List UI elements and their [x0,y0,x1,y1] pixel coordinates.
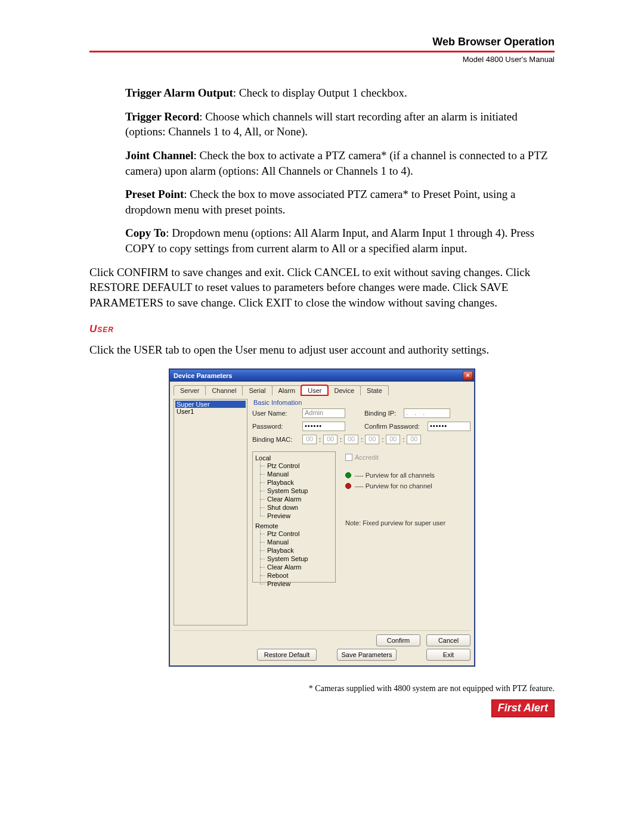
mac-field-3[interactable]: 00 [365,435,379,444]
accredit-label: Accredit [355,454,379,461]
label-trigger-alarm: Trigger Alarm Output [125,86,233,99]
tab-user[interactable]: User [301,385,328,395]
tree-item[interactable]: Playback [260,546,333,555]
tree-item[interactable]: Ptz Control [260,529,333,538]
group-basic-info: Basic Infomation [253,399,470,406]
para-joint-channel: Joint Channel: Check the box to activate… [125,148,555,178]
para-trigger-alarm: Trigger Alarm Output: Check to display O… [125,85,555,101]
page-header-subtitle: Model 4800 User's Manual [89,55,555,64]
user-list-item-user1[interactable]: User1 [175,408,246,415]
tab-alarm[interactable]: Alarm [272,385,302,395]
tree-item[interactable]: Reboot [260,571,333,580]
tab-channel[interactable]: Channel [205,385,243,395]
user-list-item-superuser[interactable]: Super User [175,401,246,408]
accredit-checkbox[interactable] [345,454,352,461]
confirm-password-field[interactable]: •••••• [428,422,470,431]
mac-field-4[interactable]: 00 [386,435,400,444]
para-user-intro: Click the USER tab to open the User menu… [89,342,555,358]
label-trigger-record: Trigger Record [125,110,199,123]
label-binding-mac: Binding MAC: [252,436,299,443]
close-icon[interactable]: × [463,371,473,380]
mac-field-1[interactable]: 00 [323,435,338,444]
text-copy-to: : Dropdown menu (options: All Alarm Inpu… [125,227,534,255]
permission-tree[interactable]: Local Ptz Control Manual Playback System… [252,451,336,583]
tree-item[interactable]: Playback [260,478,333,487]
tab-strip: Server Channel Serial Alarm User Device … [174,385,470,395]
section-heading-user: User [89,323,555,336]
footnote: * Cameras supplied with 4800 system are … [89,684,555,693]
para-preset-point: Preset Point: Check the box to move asso… [125,187,555,217]
purview-none-line: ---- Purview for no channel [345,482,470,490]
tree-remote-label: Remote [255,522,333,529]
tree-item[interactable]: Preview [260,580,333,588]
tree-item[interactable]: Manual [260,470,333,478]
restore-default-button[interactable]: Restore Default [257,649,317,661]
cancel-button[interactable]: Cancel [426,634,470,646]
dialog-title: Device Parameters [174,372,232,379]
tree-item[interactable]: Manual [260,538,333,546]
text-preset-point: : Check the box to move associated PTZ c… [125,188,515,216]
tree-item[interactable]: System Setup [260,555,333,563]
user-list[interactable]: Super User User1 [174,399,247,625]
password-field[interactable]: •••••• [302,422,345,431]
confirm-button[interactable]: Confirm [376,634,420,646]
tree-item[interactable]: Ptz Control [260,462,333,470]
mac-field-2[interactable]: 00 [344,435,358,444]
page-header-title: Web Browser Operation [89,36,555,48]
tree-item[interactable]: Preview [260,512,333,520]
purview-all-text: ---- Purview for all channels [355,472,435,479]
device-parameters-dialog: Device Parameters × Server Channel Seria… [169,369,475,666]
mac-sep: : [319,436,321,443]
purview-none-text: ---- Purview for no channel [355,482,432,490]
dot-green-icon [345,472,351,478]
exit-button[interactable]: Exit [426,649,470,661]
para-copy-to: Copy To: Dropdown menu (options: All Ala… [125,225,555,256]
header-rule [89,51,555,52]
label-joint-channel: Joint Channel [125,149,194,162]
tab-state[interactable]: State [360,385,389,395]
tab-device[interactable]: Device [327,385,361,395]
label-copy-to: Copy To [125,227,166,239]
tree-item[interactable]: Clear Alarm [260,495,333,503]
mac-field-0[interactable]: 00 [302,435,317,444]
binding-mac-fields: 00: 00: 00: 00: 00: 00 [302,435,421,444]
tree-item[interactable]: System Setup [260,487,333,495]
dialog-titlebar[interactable]: Device Parameters × [170,370,474,382]
label-preset-point: Preset Point [125,188,184,200]
label-username: User Name: [252,410,299,417]
mac-field-5[interactable]: 00 [407,435,421,444]
mac-sep: : [361,436,363,443]
label-confirm-password: Confirm Password: [364,423,424,430]
para-trigger-record: Trigger Record: Choose which channels wi… [125,109,555,140]
text-trigger-alarm: : Check to display Output 1 checkbox. [233,86,407,99]
tree-item[interactable]: Clear Alarm [260,563,333,571]
first-alert-logo: First Alert [491,699,555,717]
tree-local-label: Local [255,454,333,462]
purview-note: Note: Fixed purview for super user [345,519,470,527]
purview-all-line: ---- Purview for all channels [345,472,470,479]
para-confirm-instructions: Click CONFIRM to save changes and exit. … [89,265,555,311]
accredit-row: Accredit [345,454,470,461]
username-field[interactable]: Admin [302,408,345,418]
tree-item[interactable]: Shut down [260,503,333,512]
binding-ip-field[interactable]: . . . [404,408,450,418]
tab-serial[interactable]: Serial [242,385,272,395]
mac-sep: : [340,436,342,443]
mac-sep: : [382,436,383,443]
label-password: Password: [252,423,299,430]
label-binding-ip: Binding IP: [364,410,400,417]
tab-server[interactable]: Server [174,385,206,395]
dot-red-icon [345,483,351,489]
mac-sep: : [402,436,404,443]
save-parameters-button[interactable]: Save Parameters [337,649,397,661]
